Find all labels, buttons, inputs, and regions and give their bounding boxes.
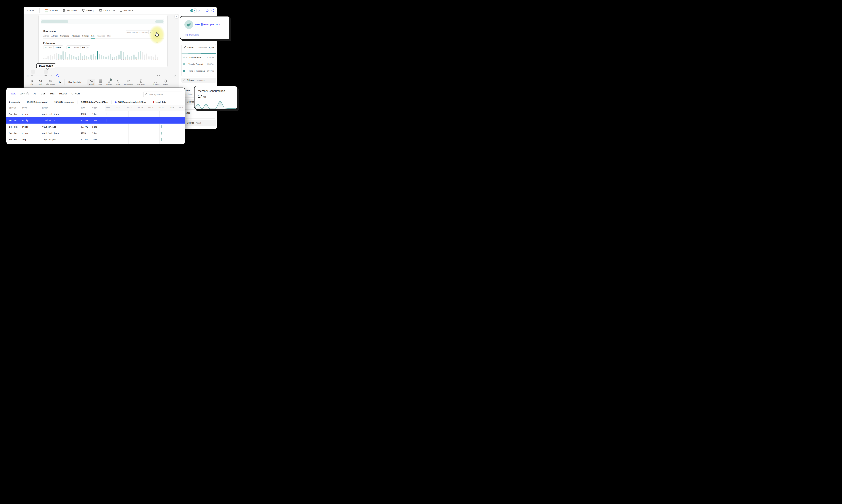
metric-chip-conversion[interactable]: Conversion902 bbox=[67, 46, 87, 49]
user-card: user@example.com Metadata bbox=[180, 16, 230, 39]
user-email[interactable]: user@example.com bbox=[195, 23, 220, 26]
network-tab-js[interactable]: JS bbox=[33, 92, 36, 95]
chart-bar bbox=[71, 55, 72, 59]
chart-bar bbox=[125, 57, 126, 58]
back-button[interactable]: Back bbox=[27, 9, 34, 12]
long-tasks-button[interactable]: Long Tasks bbox=[136, 79, 146, 86]
divider bbox=[39, 8, 40, 13]
skip-inactivity-button[interactable]: Skip Inactivity bbox=[67, 81, 83, 83]
network-tab-img[interactable]: IMG bbox=[50, 92, 55, 95]
divider bbox=[53, 46, 54, 49]
session-local-time: 01:11 PM bbox=[44, 9, 58, 12]
inspect-button[interactable]: Inspect bbox=[162, 79, 169, 86]
request-row[interactable]: 2xx-3xxotherfavicon.ico3.77KB52ms bbox=[6, 124, 185, 130]
favorite-star-button[interactable] bbox=[205, 9, 209, 12]
metric-chips: Clicks123,949Conversion902 bbox=[43, 46, 87, 49]
full-screen-button[interactable]: Full Screen bbox=[150, 79, 161, 86]
prev-session-button[interactable] bbox=[187, 10, 188, 12]
skip-to-issue-button[interactable]: Skip to Issue bbox=[45, 79, 56, 86]
chart-bar-column: 13 bbox=[122, 51, 124, 60]
issue-marker-pin[interactable]: i bbox=[43, 70, 48, 76]
chart-x-label: 18 bbox=[67, 59, 68, 60]
next-session-button[interactable] bbox=[198, 10, 200, 12]
chart-bar bbox=[56, 53, 57, 58]
site-tab-advices[interactable]: Advices bbox=[52, 35, 58, 37]
speed-button[interactable]: 1x bbox=[58, 81, 62, 84]
site-tab-ads[interactable]: Ads bbox=[91, 35, 94, 37]
network-tab-media[interactable]: MEDIA bbox=[59, 92, 67, 95]
timeline-tick-label: 220.3s bbox=[148, 107, 153, 109]
site-tab-listings[interactable]: Listings bbox=[43, 35, 49, 37]
site-tab-keywords[interactable]: Keywords bbox=[97, 35, 105, 37]
back-button[interactable]: 10Back bbox=[37, 79, 43, 86]
chart-x-label: 22 bbox=[142, 59, 143, 60]
chart-bar-column: 4 bbox=[103, 51, 105, 60]
collapse-sidebar-button[interactable]: » bbox=[175, 14, 179, 19]
toggle-knob: ✓ bbox=[193, 8, 197, 13]
chart-bar bbox=[84, 55, 85, 59]
network-tab-xhr[interactable]: XHR? bbox=[20, 92, 29, 95]
network-tab-all[interactable]: ALL bbox=[11, 92, 16, 95]
chart-bar-column: 1 bbox=[96, 51, 98, 60]
request-row[interactable]: 2xx-3xximglogo192.png5.22KB25ms bbox=[6, 136, 185, 143]
request-row[interactable]: 2xx-3xxothermanifest.json492B19ms bbox=[6, 111, 185, 117]
chart-bar-column: 23 bbox=[77, 51, 79, 60]
metric-value: 123,949 bbox=[55, 47, 61, 49]
request-row[interactable]: 2xx-3xxscripttracker.js5.22KB18ms bbox=[6, 117, 185, 124]
filter-field[interactable] bbox=[143, 92, 182, 97]
performance-button[interactable]: Performance bbox=[123, 79, 134, 86]
issue-marker-pin[interactable]: i bbox=[31, 70, 35, 76]
network-tab-other[interactable]: OTHER bbox=[72, 92, 80, 95]
events-button[interactable]: Events bbox=[114, 79, 122, 86]
cell-size: 5.22KB bbox=[78, 119, 90, 122]
site-tab-ad-groups[interactable]: Ad groups bbox=[72, 35, 80, 37]
request-row[interactable]: 2xx-3xxothermanifest.json492B26ms bbox=[6, 130, 185, 136]
current-time: 1:00 bbox=[25, 75, 29, 77]
play-button[interactable]: Play bbox=[29, 79, 35, 86]
os-label: Mac OS X bbox=[123, 9, 133, 12]
autoplay-toggle[interactable]: ✓ bbox=[190, 9, 196, 12]
metadata-button[interactable]: Metadata bbox=[185, 34, 199, 36]
chart-bar-column: 3 bbox=[101, 51, 103, 60]
chart-x-label: 7 bbox=[43, 59, 44, 60]
chart-x-label: 25 bbox=[82, 59, 83, 60]
share-button[interactable] bbox=[211, 9, 214, 12]
chart-x-label: 9 bbox=[48, 59, 48, 60]
memory-wave-chart bbox=[194, 100, 237, 109]
cursor-pointer-icon bbox=[155, 32, 159, 37]
chart-bar-column: 26 bbox=[84, 51, 86, 60]
site-tab-more[interactable]: More bbox=[107, 35, 111, 37]
tab-label: XHR bbox=[20, 92, 25, 95]
skeleton-block bbox=[155, 20, 163, 23]
chart-bar-column: 19 bbox=[69, 51, 71, 60]
site-tab-settings[interactable]: Settings bbox=[82, 35, 89, 37]
stat-text: Load: 1.4s bbox=[156, 101, 166, 103]
chart-bar bbox=[131, 56, 132, 58]
help-icon[interactable]: ? bbox=[26, 92, 29, 95]
chart-x-label: 28 bbox=[88, 59, 89, 60]
console-button[interactable]: 3Console bbox=[105, 79, 113, 86]
metric-dot-icon bbox=[183, 63, 185, 65]
add-metric-button[interactable]: + bbox=[86, 46, 90, 49]
visited-event-item[interactable]: Visited bbox=[181, 109, 216, 119]
state-button[interactable]: State bbox=[97, 79, 104, 86]
visited-event-card[interactable]: Visited Speed Index 1,162 / Time to Rend… bbox=[181, 44, 216, 76]
window-top-bar: Back 01:11 PM v91.0.4472 Desktop bbox=[23, 7, 217, 14]
back-chevron-icon bbox=[27, 10, 28, 12]
table-body: 2xx-3xxothermanifest.json492B19ms2xx-3xx… bbox=[6, 111, 185, 144]
network-button[interactable]: Network bbox=[87, 79, 95, 86]
date-range-select[interactable]: Custom: 14/12/2019 - 21/01/2020 bbox=[126, 30, 153, 34]
metric-dash bbox=[186, 57, 187, 58]
os-info: Mac OS X bbox=[120, 9, 133, 12]
timeline-track[interactable]: ii bbox=[31, 76, 172, 76]
chart-bar-column: 26 bbox=[150, 51, 152, 60]
network-stat: DOM Building Time: 871ms bbox=[77, 101, 112, 104]
issue-pin-balloon: i bbox=[43, 70, 48, 74]
network-stat: Load: 1.4s bbox=[149, 101, 169, 104]
metric-chip-clicks[interactable]: Clicks123,949 bbox=[43, 46, 63, 49]
filter-input[interactable] bbox=[149, 93, 180, 96]
clicked-event-item[interactable]: ClickedAbout bbox=[181, 120, 216, 126]
clicked-event-item[interactable]: ClickedDashboard bbox=[181, 77, 216, 83]
site-tab-campaigns[interactable]: Campaigns bbox=[60, 35, 69, 37]
network-tab-css[interactable]: CSS bbox=[41, 92, 46, 95]
